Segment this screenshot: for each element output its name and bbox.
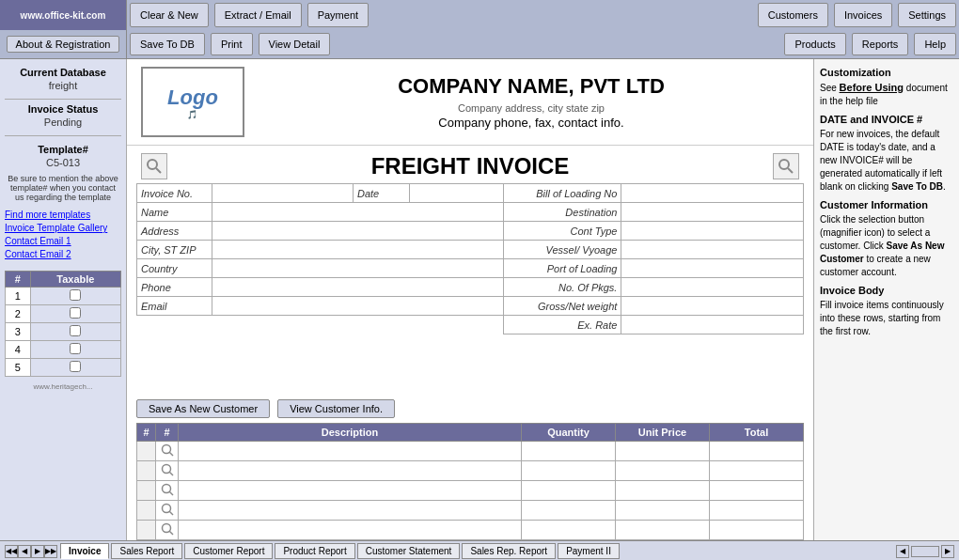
body-description-input[interactable]: [179, 481, 522, 501]
vessel-input[interactable]: [621, 241, 804, 259]
scrollbar-thumb[interactable]: [911, 546, 939, 557]
invoice-no-input[interactable]: [212, 184, 354, 203]
tab-payment-ii[interactable]: Payment II: [558, 543, 620, 559]
tab-nav-last[interactable]: ▶▶: [44, 545, 57, 558]
body-row-icon[interactable]: [156, 501, 179, 521]
magnifier-right-icon[interactable]: [773, 153, 799, 179]
body-quantity-input[interactable]: [522, 521, 616, 540]
country-input[interactable]: [212, 259, 504, 278]
invoices-button[interactable]: Invoices: [834, 3, 892, 27]
customers-button[interactable]: Customers: [758, 3, 828, 27]
body-description-input[interactable]: [179, 501, 522, 521]
save-to-db-button[interactable]: Save To DB: [130, 33, 205, 55]
scrollbar-left[interactable]: ◀: [896, 545, 909, 558]
email-input[interactable]: [212, 297, 504, 316]
phone-input[interactable]: [212, 278, 504, 297]
logo-subtext: 🎵: [167, 110, 218, 119]
ex-rate-input[interactable]: [621, 316, 804, 334]
body-row-icon[interactable]: [156, 442, 179, 461]
body-unit-price-input[interactable]: [616, 481, 710, 501]
products-button[interactable]: Products: [784, 33, 845, 55]
body-description-input[interactable]: [179, 442, 522, 461]
tab-product-report[interactable]: Product Report: [275, 543, 354, 559]
cont-type-input[interactable]: [621, 222, 804, 241]
view-detail-button[interactable]: View Detail: [259, 33, 331, 55]
current-db-value: freight: [5, 80, 121, 91]
svg-line-5: [169, 452, 173, 456]
body-unit-price-input[interactable]: [616, 461, 710, 481]
scrollbar-right[interactable]: ▶: [941, 545, 954, 558]
tab-sales-report[interactable]: Sales Report: [111, 543, 182, 559]
body-quantity-input[interactable]: [522, 481, 616, 501]
port-loading-input[interactable]: [621, 259, 804, 278]
body-total-input[interactable]: [710, 461, 804, 481]
tab-customer-statement[interactable]: Customer Statement: [357, 543, 461, 559]
tab-invoice[interactable]: Invoice: [60, 543, 109, 559]
col-icon: #: [156, 424, 179, 442]
about-registration-button[interactable]: About & Registration: [7, 36, 119, 53]
row-checkbox[interactable]: [30, 305, 120, 323]
settings-button[interactable]: Settings: [898, 3, 956, 27]
city-input[interactable]: [212, 241, 504, 259]
body-description-input[interactable]: [179, 461, 522, 481]
table-row: 5: [6, 359, 121, 377]
num-pkgs-input[interactable]: [621, 278, 804, 297]
taxable-table: # Taxable 1 2 3: [5, 271, 121, 377]
tab-nav-next[interactable]: ▶: [31, 545, 44, 558]
name-input[interactable]: [212, 203, 504, 222]
invoice-title: FREIGHT INVOICE: [141, 153, 799, 179]
tab-customer-report[interactable]: Customer Report: [184, 543, 273, 559]
magnifier-left-icon[interactable]: [141, 153, 167, 179]
view-customer-info-button[interactable]: View Customer Info.: [277, 399, 395, 418]
body-unit-price-input[interactable]: [616, 501, 710, 521]
row-checkbox[interactable]: [30, 359, 120, 377]
help-button[interactable]: Help: [914, 33, 956, 55]
form-table: Invoice No. Date Bill of Loading No Name…: [136, 183, 804, 334]
bottom-tabs: ◀◀ ◀ ▶ ▶▶ Invoice Sales Report Customer …: [0, 540, 959, 560]
extract-email-button[interactable]: Extract / Email: [214, 3, 302, 27]
print-button[interactable]: Print: [211, 33, 253, 55]
body-total-input[interactable]: [710, 481, 804, 501]
date-input[interactable]: [410, 184, 504, 203]
save-as-new-customer-button[interactable]: Save As New Customer: [136, 399, 270, 418]
body-total-input[interactable]: [710, 442, 804, 461]
body-row-icon[interactable]: [156, 461, 179, 481]
body-quantity-input[interactable]: [522, 501, 616, 521]
row-checkbox[interactable]: [30, 341, 120, 359]
before-using-highlight: Before Using: [840, 82, 904, 93]
find-templates-link[interactable]: Find more templates: [5, 210, 121, 220]
body-total-input[interactable]: [710, 501, 804, 521]
app-logo: www.office-kit.com: [0, 0, 127, 30]
svg-line-11: [169, 511, 173, 515]
customer-info-title: Customer Information: [820, 199, 953, 210]
contact-email-1-link[interactable]: Contact Email 1: [5, 236, 121, 246]
invoice-body-text: Fill invoice items continuously into the…: [820, 299, 953, 338]
tab-sales-rep-report[interactable]: Sales Rep. Report: [462, 543, 556, 559]
body-unit-price-input[interactable]: [616, 442, 710, 461]
body-row-icon[interactable]: [156, 481, 179, 501]
payment-button[interactable]: Payment: [307, 3, 369, 27]
template-label: Template#: [5, 144, 121, 155]
body-quantity-input[interactable]: [522, 442, 616, 461]
body-total-input[interactable]: [710, 521, 804, 540]
reports-button[interactable]: Reports: [852, 33, 909, 55]
body-quantity-input[interactable]: [522, 461, 616, 481]
body-description-input[interactable]: [179, 521, 522, 540]
contact-email-2-link[interactable]: Contact Email 2: [5, 249, 121, 259]
row-checkbox[interactable]: [30, 323, 120, 341]
tab-nav-first[interactable]: ◀◀: [5, 545, 18, 558]
destination-input[interactable]: [621, 203, 804, 222]
body-row-icon[interactable]: [156, 521, 179, 540]
col-total: Total: [710, 424, 804, 442]
template-gallery-link[interactable]: Invoice Template Gallery: [5, 223, 121, 233]
date-invoice-title: DATE and INVOICE #: [820, 114, 953, 125]
company-address: Company address, city state zip: [263, 102, 799, 114]
vessel-label: Vessel/ Vyoage: [504, 241, 621, 259]
bill-of-loading-input[interactable]: [621, 184, 804, 203]
address-input[interactable]: [212, 222, 504, 241]
tab-nav-prev[interactable]: ◀: [18, 545, 31, 558]
row-checkbox[interactable]: [30, 288, 120, 305]
gross-weight-input[interactable]: [621, 297, 804, 316]
body-unit-price-input[interactable]: [616, 521, 710, 540]
clear-new-button[interactable]: Clear & New: [130, 3, 209, 27]
